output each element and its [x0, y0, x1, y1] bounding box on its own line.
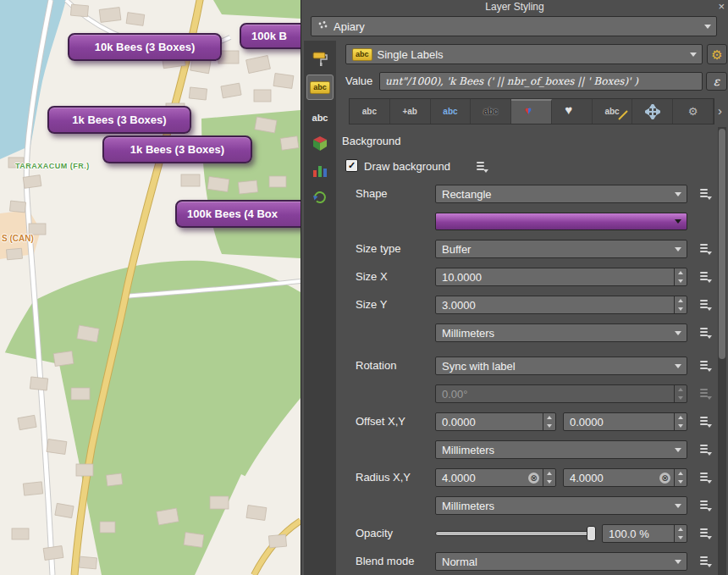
map-label-bubble: 100k Bees (4 Box — [175, 200, 301, 228]
background-heading: Background — [342, 135, 400, 147]
size-type-select[interactable]: Buffer — [435, 240, 687, 258]
radius-y-spinbox[interactable]: 4.0000 ⊗ — [563, 468, 687, 487]
opacity-label: Opacity — [356, 527, 393, 539]
map-artwork — [0, 0, 301, 575]
caret-down-icon — [675, 219, 681, 224]
data-defined-override-button[interactable] — [699, 242, 714, 257]
epsilon-icon: ε — [714, 75, 720, 88]
offset-y-spinbox[interactable]: 0.0000 — [563, 412, 687, 431]
abc-label-icon: abc — [352, 48, 372, 61]
tab-formatting[interactable]: +ab — [390, 99, 431, 124]
data-defined-override-button[interactable] — [699, 499, 714, 513]
data-defined-override-button — [699, 387, 714, 401]
radius-unit-select[interactable]: Millimeters — [435, 496, 687, 515]
fill-color-button[interactable] — [435, 213, 687, 230]
background-shape-icon: ♥ ♥ — [525, 106, 538, 119]
symbology-icon[interactable] — [306, 46, 334, 71]
caret-down-icon — [704, 25, 711, 29]
offset-unit-select[interactable]: Millimeters — [435, 440, 687, 459]
tab-shadow[interactable]: ♥ — [552, 99, 593, 124]
blend-mode-select[interactable]: Normal — [435, 552, 687, 571]
tab-mask[interactable]: abc — [471, 99, 511, 124]
tab-scroll-right-icon[interactable]: › — [718, 103, 722, 118]
labels-mode-select[interactable]: abc Single Labels — [345, 44, 703, 64]
rotation-label: Rotation — [356, 359, 396, 372]
labels-icon[interactable]: abc — [306, 75, 334, 100]
data-defined-override-button[interactable] — [699, 187, 714, 202]
shadow-shape-icon: ♥ — [565, 105, 578, 119]
map-label-bubble: 100k B — [240, 23, 301, 49]
spin-buttons[interactable] — [674, 525, 687, 542]
size-y-spinbox[interactable]: 3.0000 — [435, 296, 687, 314]
data-defined-override-button[interactable] — [699, 298, 714, 312]
offset-x-spinbox[interactable]: 0.0000 — [435, 412, 556, 431]
spin-buttons[interactable] — [543, 413, 555, 430]
map-canvas[interactable]: TARAXACUM (FR.) S (CAN) 10k Bees (3 Boxe… — [0, 0, 301, 575]
data-defined-override-button[interactable] — [699, 359, 714, 373]
styling-tabs-strip: abc abc — [304, 41, 336, 575]
gear-icon: ⚙ — [711, 48, 722, 61]
caret-down-icon — [675, 331, 681, 335]
layer-styling-panel: Layer Styling × Apiary abc abc — [301, 0, 728, 575]
data-defined-override-button[interactable] — [699, 415, 714, 429]
data-defined-override-button[interactable] — [699, 555, 714, 569]
size-type-label: Size type — [356, 242, 400, 255]
shape-select[interactable]: Rectangle — [435, 185, 687, 203]
clear-value-icon[interactable]: ⊗ — [528, 473, 539, 484]
tab-background[interactable]: ♥ ♥ — [511, 99, 552, 124]
tab-callouts[interactable]: abc — [593, 99, 633, 124]
data-defined-override-button[interactable] — [699, 471, 714, 485]
panel-title: Layer Styling — [301, 1, 728, 13]
value-expression-field[interactable]: unt"/1000), 'k Bees (' || nbr_of_boxes |… — [379, 72, 703, 91]
opacity-slider[interactable] — [435, 524, 596, 543]
draw-background-checkbox[interactable]: ✓ — [345, 159, 358, 172]
size-y-label: Size Y — [356, 298, 387, 311]
caret-down-icon — [675, 192, 681, 196]
panel-scrollbar[interactable] — [718, 127, 726, 575]
map-place-label: TARAXACUM (FR.) — [15, 162, 90, 170]
check-icon: ✓ — [348, 160, 356, 171]
tab-rendering[interactable]: ⚙ — [673, 99, 714, 124]
slider-handle[interactable] — [587, 526, 596, 541]
tab-buffer[interactable]: abc — [431, 99, 472, 124]
spin-buttons — [674, 385, 687, 402]
radius-x-spinbox[interactable]: 4.0000 ⊗ — [435, 468, 556, 487]
spin-buttons[interactable] — [543, 469, 555, 486]
data-defined-override-button[interactable] — [699, 270, 714, 285]
rotation-mode-select[interactable]: Sync with label — [435, 357, 687, 375]
tab-text[interactable]: abc — [350, 99, 390, 124]
diagrams-icon[interactable] — [306, 158, 334, 183]
data-defined-override-button[interactable] — [476, 160, 491, 174]
scrollbar-thumb[interactable] — [719, 129, 725, 359]
data-defined-override-button[interactable] — [699, 326, 714, 340]
data-defined-override-button[interactable] — [699, 443, 714, 457]
map-label-bubble: 1k Bees (3 Boxes) — [47, 106, 191, 134]
map-label-bubble: 10k Bees (3 Boxes) — [68, 33, 222, 61]
size-unit-select[interactable]: Millimeters — [435, 323, 687, 342]
mask-icon[interactable]: abc — [306, 105, 334, 130]
draw-background-label: Draw background — [364, 160, 450, 173]
expression-builder-button[interactable]: ε — [706, 72, 727, 91]
blend-mode-label: Blend mode — [356, 555, 414, 567]
spin-buttons[interactable] — [674, 268, 687, 285]
map-label-bubble: 1k Bees (3 Boxes) — [102, 135, 252, 163]
size-x-spinbox[interactable]: 10.0000 — [435, 268, 687, 286]
spin-buttons[interactable] — [674, 413, 687, 430]
offset-label: Offset X,Y — [356, 415, 405, 428]
spin-buttons[interactable] — [674, 469, 687, 486]
tab-placement[interactable] — [632, 99, 673, 124]
clear-value-icon[interactable]: ⊗ — [659, 473, 670, 484]
spin-buttons[interactable] — [674, 296, 687, 313]
data-defined-override-button[interactable] — [699, 527, 714, 541]
automated-placement-settings-button[interactable]: ⚙ — [707, 44, 727, 64]
labels-mode-value: Single Labels — [378, 48, 687, 61]
rendering-gear-icon: ⚙ — [688, 105, 698, 118]
opacity-spinbox[interactable]: 100.0 % — [602, 524, 687, 543]
expression-text: unt"/1000), 'k Bees (' || nbr_of_boxes |… — [380, 75, 643, 87]
history-icon[interactable] — [306, 185, 334, 210]
3d-view-icon[interactable] — [306, 130, 334, 156]
size-x-label: Size X — [356, 270, 388, 283]
close-icon[interactable]: × — [718, 0, 725, 13]
radius-label: Radius X,Y — [356, 471, 411, 484]
layer-select[interactable]: Apiary — [311, 16, 717, 36]
